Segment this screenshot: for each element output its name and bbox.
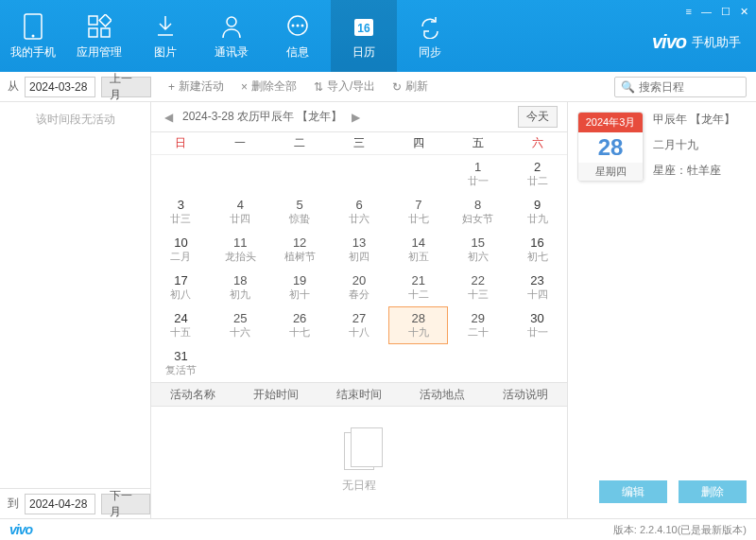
calendar-cell[interactable]: 25十六: [211, 306, 270, 344]
calendar-cell[interactable]: 4廿四: [211, 193, 270, 231]
phone-icon: [19, 12, 47, 41]
calendar-panel: ◀ 2024-3-28 农历甲辰年 【龙年】 ▶ 今天 日一二三四五六 1廿一2…: [151, 102, 567, 518]
nav-apps[interactable]: 应用管理: [66, 0, 132, 72]
search-box[interactable]: 🔍: [614, 77, 747, 97]
today-button[interactable]: 今天: [518, 106, 558, 128]
download-icon: [151, 12, 180, 41]
svg-point-6: [227, 17, 236, 26]
calendar-cell[interactable]: 7廿七: [388, 193, 448, 231]
calendar-cell[interactable]: 12植树节: [270, 231, 330, 269]
contact-icon: [217, 12, 246, 41]
nav-images[interactable]: 图片: [132, 0, 198, 72]
activity-col-header: 活动地点: [401, 383, 484, 406]
calendar-cell: [151, 155, 211, 193]
io-icon: ⇅: [314, 80, 323, 94]
to-date-input[interactable]: 2024-04-28: [25, 494, 95, 514]
calendar-cell[interactable]: 22十三: [448, 269, 507, 306]
calendar-cell[interactable]: 1廿一: [448, 155, 507, 193]
close-icon[interactable]: ✕: [740, 6, 748, 18]
settings-icon[interactable]: ≡: [686, 6, 692, 18]
calendar-cell[interactable]: 2廿二: [507, 155, 567, 193]
calendar-cell: [330, 344, 389, 382]
right-panel: 2024年3月 28 星期四 甲辰年 【龙年】 二月十九 星座：牡羊座 编辑 删…: [567, 102, 756, 518]
import-export-button[interactable]: ⇅导入/导出: [314, 78, 375, 95]
statusbar: vivo 版本: 2.2.4.10(已是最新版本): [0, 518, 756, 540]
plus-icon: +: [168, 80, 175, 94]
calendar-icon: 16: [350, 12, 378, 41]
zodiac-row: 星座：牡羊座: [653, 163, 735, 179]
calendar-cell[interactable]: 28十九: [388, 306, 448, 344]
weekday-5: 五: [448, 132, 507, 154]
to-label: 到: [8, 496, 19, 512]
svg-rect-5: [99, 14, 112, 26]
calendar-cell[interactable]: 17初八: [151, 269, 211, 306]
calendar-cell[interactable]: 27十八: [330, 306, 389, 344]
calendar-cell[interactable]: 30廿一: [507, 306, 567, 344]
activity-col-header: 结束时间: [318, 383, 401, 406]
calendar-cell[interactable]: 26十七: [270, 306, 330, 344]
calendar-cell[interactable]: 6廿六: [330, 193, 389, 231]
nav-calendar[interactable]: 16日历: [331, 0, 397, 72]
version-text: 版本: 2.2.4.10(已是最新版本): [613, 523, 747, 537]
activity-header: 活动名称开始时间结束时间活动地点活动说明: [151, 382, 567, 407]
cal-next-icon[interactable]: ▶: [348, 111, 364, 124]
delete-all-button[interactable]: ×删除全部: [241, 78, 297, 95]
svg-point-9: [297, 24, 300, 26]
calendar-cell[interactable]: 8妇女节: [448, 193, 507, 231]
brand-logo: vivo: [652, 31, 686, 53]
nav-my-phone[interactable]: 我的手机: [0, 0, 66, 72]
maximize-icon[interactable]: ☐: [721, 6, 730, 18]
message-icon: [284, 12, 312, 41]
calendar-cell[interactable]: 29二十: [448, 306, 507, 344]
calendar-cell[interactable]: 20春分: [330, 269, 389, 306]
minimize-icon[interactable]: —: [701, 6, 712, 18]
new-activity-button[interactable]: +新建活动: [168, 78, 224, 95]
next-month-button[interactable]: 下一月: [101, 494, 150, 514]
calendar-cell[interactable]: 9廿九: [507, 193, 567, 231]
weekday-4: 四: [388, 132, 448, 154]
date-card-head: 2024年3月: [578, 113, 643, 132]
calendar-cell: [388, 155, 448, 193]
edit-button[interactable]: 编辑: [599, 480, 667, 503]
nav-messages[interactable]: 信息: [265, 0, 331, 72]
calendar-cell[interactable]: 5惊蛰: [270, 193, 330, 231]
calendar-cell[interactable]: 23十四: [507, 269, 567, 306]
calendar-cell: [211, 344, 270, 382]
from-label: 从: [8, 78, 19, 95]
calendar-cell[interactable]: 13初四: [330, 231, 389, 269]
document-icon: [344, 432, 374, 470]
calendar-cell: [448, 344, 507, 382]
calendar-cell[interactable]: 21十二: [388, 269, 448, 306]
weekday-0: 日: [151, 132, 211, 154]
titlebar: 我的手机 应用管理 图片 通讯录 信息 16日历 同步 ≡ — ☐ ✕ vivo…: [0, 0, 756, 72]
delete-button[interactable]: 删除: [679, 480, 747, 503]
calendar-cell[interactable]: 16初七: [507, 231, 567, 269]
calendar-cell[interactable]: 10二月: [151, 231, 211, 269]
calendar-cell[interactable]: 18初九: [211, 269, 270, 306]
calendar-cell[interactable]: 15初六: [448, 231, 507, 269]
sidebar-empty-text: 该时间段无活动: [0, 102, 150, 488]
calendar-cell: [270, 344, 330, 382]
calendar-cell[interactable]: 31复活节: [151, 344, 211, 382]
calendar-cell[interactable]: 3廿三: [151, 193, 211, 231]
refresh-button[interactable]: ↻刷新: [392, 78, 428, 95]
calendar-cell[interactable]: 11龙抬头: [211, 231, 270, 269]
calendar-grid: 1廿一2廿二3廿三4廿四5惊蛰6廿六7廿七8妇女节9廿九10二月11龙抬头12植…: [151, 155, 567, 382]
date-card-week: 星期四: [578, 163, 643, 181]
svg-point-8: [292, 24, 295, 26]
calendar-cell[interactable]: 14初五: [388, 231, 448, 269]
calendar-cell[interactable]: 24十五: [151, 306, 211, 344]
search-icon: 🔍: [621, 80, 635, 94]
svg-point-1: [32, 34, 35, 37]
search-input[interactable]: [639, 80, 740, 94]
cal-prev-icon[interactable]: ◀: [161, 111, 177, 124]
nav-contacts[interactable]: 通讯录: [198, 0, 265, 72]
weekday-2: 二: [270, 132, 330, 154]
nav-sync[interactable]: 同步: [397, 0, 463, 72]
calendar-cell: [330, 155, 389, 193]
from-date-input[interactable]: 2024-03-28: [25, 77, 95, 97]
activity-col-header: 开始时间: [234, 383, 318, 406]
prev-month-button[interactable]: 上一月: [101, 77, 151, 97]
calendar-cell[interactable]: 19初十: [270, 269, 330, 306]
svg-rect-4: [101, 28, 110, 37]
